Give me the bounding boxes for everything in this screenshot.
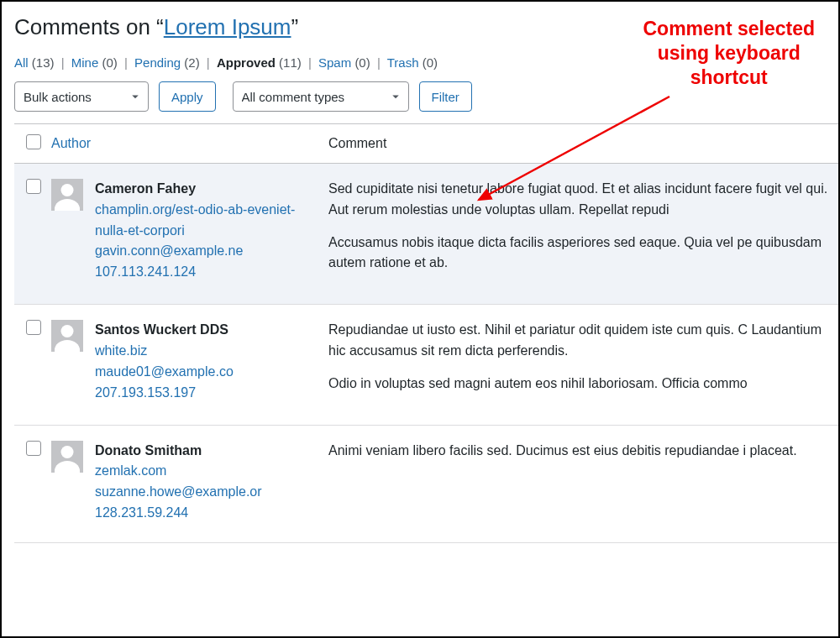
col-comment: Comment bbox=[328, 124, 838, 164]
avatar bbox=[51, 179, 83, 211]
author-url[interactable]: champlin.org/est-odio-ab-eveniet-nulla-e… bbox=[95, 200, 320, 242]
author-url[interactable]: zemlak.com bbox=[95, 461, 262, 482]
row-checkbox[interactable] bbox=[26, 320, 41, 335]
post-title-link[interactable]: Lorem Ipsum bbox=[164, 14, 291, 39]
author-ip[interactable]: 107.113.241.124 bbox=[95, 262, 320, 283]
row-checkbox[interactable] bbox=[26, 179, 41, 194]
author-email[interactable]: maude01@example.co bbox=[95, 362, 234, 383]
col-checkbox bbox=[14, 124, 51, 164]
filter-all[interactable]: All (13) bbox=[14, 55, 55, 70]
filter-approved[interactable]: Approved (11) bbox=[217, 55, 302, 70]
filter-button[interactable]: Filter bbox=[419, 81, 472, 112]
table-row[interactable]: Cameron Faheychamplin.org/est-odio-ab-ev… bbox=[14, 164, 838, 305]
bulk-actions-select[interactable]: Bulk actions bbox=[14, 81, 149, 112]
page-title: Comments on “Lorem Ipsum” bbox=[14, 14, 838, 40]
comment-content: Animi veniam libero facilis sed. Ducimus… bbox=[328, 425, 838, 542]
apply-button[interactable]: Apply bbox=[159, 81, 216, 112]
status-filters: All (13) | Mine (0) | Pending (2) | Appr… bbox=[14, 55, 838, 70]
author-url[interactable]: white.biz bbox=[95, 341, 234, 362]
author-name: Donato Smitham bbox=[95, 441, 262, 462]
filter-trash[interactable]: Trash (0) bbox=[387, 55, 438, 70]
avatar bbox=[51, 320, 83, 352]
select-all-checkbox[interactable] bbox=[26, 134, 41, 149]
row-checkbox[interactable] bbox=[26, 441, 41, 456]
table-row[interactable]: Santos Wuckert DDSwhite.bizmaude01@examp… bbox=[14, 305, 838, 425]
comment-content: Repudiandae ut iusto est. Nihil et paria… bbox=[328, 305, 838, 425]
author-email[interactable]: suzanne.howe@example.or bbox=[95, 482, 262, 503]
heading-prefix: Comments on bbox=[14, 14, 156, 39]
avatar bbox=[51, 441, 83, 473]
col-author[interactable]: Author bbox=[51, 124, 328, 164]
tablenav-top: Bulk actions Apply All comment types Fil… bbox=[14, 81, 838, 112]
author-name: Santos Wuckert DDS bbox=[95, 320, 234, 341]
author-name: Cameron Fahey bbox=[95, 179, 320, 200]
filter-spam[interactable]: Spam (0) bbox=[318, 55, 370, 70]
filter-pending[interactable]: Pending (2) bbox=[134, 55, 200, 70]
table-row[interactable]: Donato Smithamzemlak.comsuzanne.howe@exa… bbox=[14, 425, 838, 542]
filter-mine[interactable]: Mine (0) bbox=[71, 55, 118, 70]
author-ip[interactable]: 128.231.59.244 bbox=[95, 503, 262, 524]
author-ip[interactable]: 207.193.153.197 bbox=[95, 383, 234, 404]
comment-content: Sed cupiditate nisi tenetur labore fugia… bbox=[328, 164, 838, 305]
comment-types-select[interactable]: All comment types bbox=[233, 81, 409, 112]
author-email[interactable]: gavin.conn@example.ne bbox=[95, 241, 320, 262]
comments-table: Author Comment Cameron Faheychamplin.org… bbox=[14, 123, 838, 543]
